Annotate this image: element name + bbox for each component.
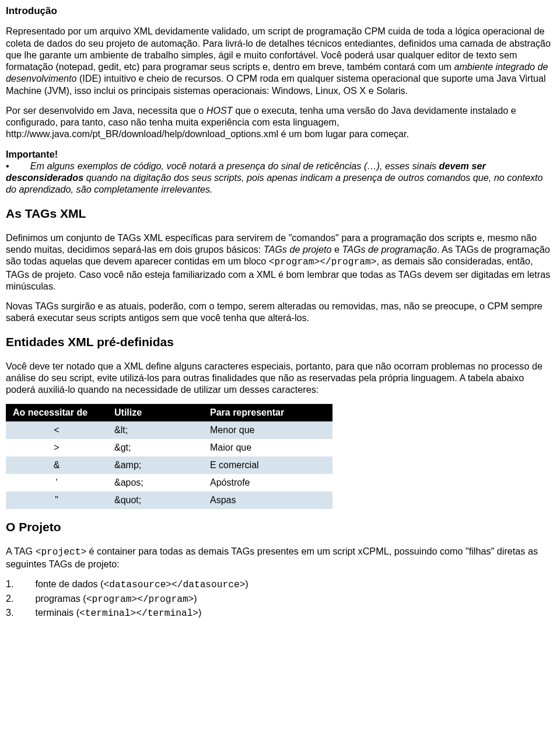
cell: Menor que — [203, 421, 332, 439]
table-row: ' &apos; Apóstrofe — [6, 474, 332, 491]
paragraph-tags-1: Definimos um conjunto de TAGs XML especí… — [6, 232, 554, 292]
th-ao-necessitar: Ao necessitar de — [6, 404, 107, 421]
cell: > — [6, 439, 107, 456]
table-row: & &amp; E comercial — [6, 456, 332, 474]
text-host: HOST — [206, 105, 233, 116]
heading-introducao: Introdução — [6, 5, 554, 17]
text: ) — [194, 593, 197, 604]
code-project-tag: <project> — [36, 547, 86, 557]
heading-o-projeto: O Projeto — [6, 520, 554, 535]
paragraph-importante: Importante! • Em alguns exemplos de códi… — [6, 148, 554, 196]
text: Por ser desenvolvido em Java, necessita … — [6, 105, 206, 116]
paragraph-java: Por ser desenvolvido em Java, necessita … — [6, 104, 554, 140]
text: programas ( — [36, 593, 86, 604]
cell: Aspas — [203, 491, 332, 509]
th-utilize: Utilize — [107, 404, 203, 421]
cell: Apóstrofe — [203, 474, 332, 491]
th-para-representar: Para representar — [203, 404, 332, 421]
cell: Maior que — [203, 439, 332, 456]
table-header-row: Ao necessitar de Utilize Para representa… — [6, 404, 332, 421]
list-projeto-tags: 1. fonte de dados (<datasource></datasou… — [6, 578, 554, 619]
cell: ' — [6, 474, 107, 491]
list-number: 2. — [6, 592, 33, 604]
cell: &lt; — [107, 421, 203, 439]
text: terminais ( — [36, 607, 80, 618]
paragraph-intro: Representado por um arquivo XML devidame… — [6, 25, 554, 96]
text: ) — [245, 578, 248, 589]
list-item: 1. fonte de dados (<datasource></datasou… — [6, 578, 554, 591]
list-number: 3. — [6, 606, 33, 618]
bullet: • — [6, 161, 9, 171]
code-program-tag: <program></program> — [269, 257, 377, 267]
table-row: > &gt; Maior que — [6, 439, 332, 456]
code-program-tag: <program></program> — [86, 594, 194, 605]
paragraph-tags-2: Novas TAGs surgirão e as atuais, poderão… — [6, 300, 554, 324]
paragraph-entidades: Você deve ter notado que a XML define al… — [6, 360, 554, 396]
text-italic: TAGs de projeto — [264, 244, 332, 255]
text-italic: TAGs de programação — [342, 244, 437, 255]
text: fonte de dados ( — [36, 578, 104, 589]
table-entidades: Ao necessitar de Utilize Para representa… — [6, 404, 332, 509]
heading-entidades-xml: Entidades XML pré-definidas — [6, 334, 554, 350]
list-item: 2. programas (<program></program>) — [6, 592, 554, 605]
cell: &apos; — [107, 474, 203, 491]
table-row: " &quot; Aspas — [6, 491, 332, 509]
cell: &quot; — [107, 491, 203, 509]
table-row: < &lt; Menor que — [6, 421, 332, 439]
text-italic: Em alguns exemplos de código, você notar… — [30, 161, 439, 171]
text-italic: quando na digitação dos seus scripts, po… — [6, 172, 543, 194]
text: ) — [198, 607, 201, 618]
list-item: 3. terminais (<terminal></terminal>) — [6, 606, 554, 619]
text: (IDE) intuitivo e cheio de recursos. O C… — [6, 73, 546, 95]
code-datasource-tag: <datasource></datasource> — [104, 580, 246, 590]
label-importante: Importante! — [6, 149, 58, 159]
text: A TAG — [6, 546, 36, 556]
cell: < — [6, 421, 107, 439]
paragraph-projeto: A TAG <project> é container para todas a… — [6, 545, 554, 570]
cell: " — [6, 491, 107, 509]
cell: E comercial — [203, 456, 332, 474]
cell: &gt; — [107, 439, 203, 456]
cell: &amp; — [107, 456, 203, 474]
code-terminal-tag: <terminal></terminal> — [79, 608, 198, 619]
cell: & — [6, 456, 107, 474]
text: e — [331, 244, 342, 255]
heading-tags-xml: As TAGs XML — [6, 206, 554, 221]
list-number: 1. — [6, 578, 33, 590]
